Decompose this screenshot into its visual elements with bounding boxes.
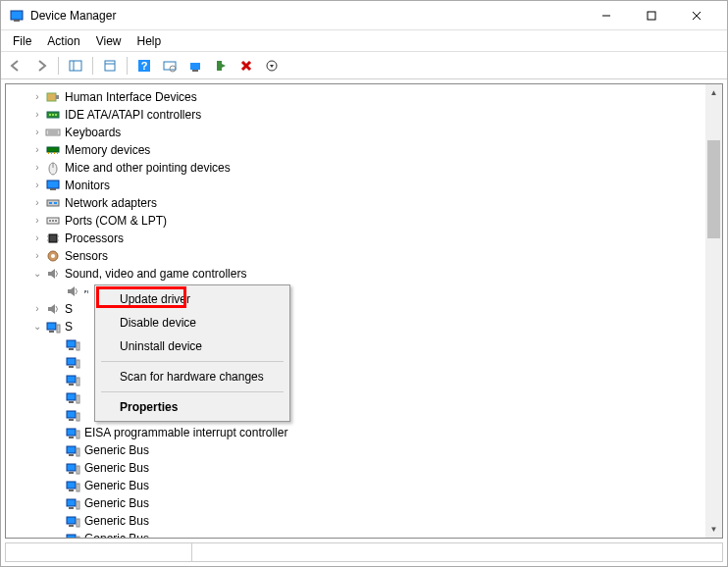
- svg-rect-57: [77, 360, 79, 368]
- svg-rect-54: [77, 342, 79, 350]
- properties-button[interactable]: [99, 55, 121, 77]
- enable-device-button[interactable]: [210, 55, 232, 77]
- sys-icon: [65, 460, 80, 476]
- ctx-update-driver[interactable]: Update driver: [97, 287, 287, 311]
- tree-node[interactable]: Generic Bus: [6, 530, 705, 538]
- tree-node[interactable]: ⌄Sound, video and game controllers: [6, 265, 705, 283]
- expander-closed-icon[interactable]: ›: [29, 247, 45, 265]
- svg-rect-15: [192, 70, 198, 72]
- update-driver-button[interactable]: [184, 55, 206, 77]
- svg-rect-86: [67, 535, 76, 538]
- expander-closed-icon[interactable]: ›: [29, 159, 45, 177]
- port-icon: [45, 213, 61, 229]
- sys-icon: [65, 372, 80, 387]
- window-title: Device Manager: [30, 9, 116, 23]
- status-cell: [6, 543, 192, 561]
- svg-rect-53: [67, 340, 76, 347]
- expander-closed-icon[interactable]: ›: [29, 141, 45, 159]
- tree-node-label: Mice and other pointing devices: [65, 161, 231, 175]
- ctx-uninstall-device[interactable]: Uninstall device: [97, 335, 287, 358]
- mon-icon: [45, 178, 61, 193]
- svg-rect-77: [67, 482, 76, 489]
- sys-icon: [65, 442, 80, 458]
- svg-rect-62: [67, 393, 76, 400]
- sys-icon: [65, 478, 80, 493]
- tree-node[interactable]: ›Human Interface Devices: [6, 88, 705, 106]
- menu-help[interactable]: Help: [130, 32, 170, 50]
- ctx-properties[interactable]: Properties: [97, 395, 287, 419]
- ide-icon: [45, 107, 61, 123]
- tree-node-label: Human Interface Devices: [65, 90, 197, 104]
- tree-node[interactable]: ›Memory devices: [6, 141, 705, 159]
- tree-node[interactable]: ›Monitors: [6, 177, 705, 194]
- svg-point-13: [170, 66, 176, 72]
- tree-node-label: Generic Bus: [84, 461, 149, 475]
- tree-node[interactable]: ›IDE ATA/ATAPI controllers: [6, 106, 705, 124]
- expander-closed-icon[interactable]: ›: [29, 212, 45, 230]
- show-hide-tree-button[interactable]: [65, 55, 86, 77]
- tree-node[interactable]: ›Network adapters: [6, 194, 705, 212]
- tree-node[interactable]: ›Keyboards: [6, 124, 705, 141]
- maximize-button[interactable]: [629, 1, 674, 30]
- svg-rect-18: [47, 93, 56, 101]
- expander-closed-icon[interactable]: ›: [29, 300, 45, 318]
- mouse-icon: [45, 160, 61, 176]
- expander-open-icon[interactable]: ⌄: [29, 318, 45, 335]
- ctx-scan-hardware[interactable]: Scan for hardware changes: [97, 365, 287, 388]
- minimize-button[interactable]: [584, 1, 629, 30]
- expander-closed-icon[interactable]: ›: [29, 124, 45, 141]
- tree-node[interactable]: ›Ports (COM & LPT): [6, 212, 705, 230]
- sys-icon: [65, 407, 80, 423]
- menu-view[interactable]: View: [88, 32, 130, 50]
- vertical-scrollbar[interactable]: ▲ ▼: [705, 84, 722, 538]
- forward-button[interactable]: [30, 55, 52, 77]
- svg-rect-83: [67, 517, 76, 524]
- svg-rect-30: [54, 152, 55, 154]
- scroll-thumb[interactable]: [707, 140, 720, 238]
- tree-node-label: Network adapters: [65, 196, 157, 210]
- svg-point-41: [52, 220, 54, 222]
- close-button[interactable]: [674, 1, 719, 30]
- sys-icon: [65, 354, 80, 370]
- tree-node-label: S: [65, 302, 73, 316]
- scroll-track[interactable]: [705, 101, 722, 521]
- tree-node[interactable]: Generic Bus: [6, 477, 705, 494]
- scroll-up-icon[interactable]: ▲: [705, 84, 722, 101]
- tree-node[interactable]: Generic Bus: [6, 459, 705, 477]
- net-icon: [45, 195, 61, 211]
- svg-rect-74: [67, 464, 76, 471]
- tree-node[interactable]: Generic Bus: [6, 512, 705, 530]
- menu-action[interactable]: Action: [39, 32, 87, 50]
- tree-node[interactable]: EISA programmable interrupt controller: [6, 424, 705, 441]
- svg-rect-8: [105, 61, 115, 71]
- tree-node[interactable]: Generic Bus: [6, 494, 705, 512]
- uninstall-button[interactable]: [235, 55, 257, 77]
- svg-rect-35: [50, 188, 56, 190]
- expander-closed-icon[interactable]: ›: [29, 230, 45, 247]
- svg-rect-73: [69, 454, 74, 456]
- tree-node[interactable]: ›Mice and other pointing devices: [6, 159, 705, 177]
- ctx-disable-device[interactable]: Disable device: [97, 311, 287, 335]
- sys-icon: [45, 319, 61, 335]
- dropdown-button[interactable]: [261, 55, 283, 77]
- svg-rect-36: [47, 200, 59, 206]
- expander-closed-icon[interactable]: ›: [29, 106, 45, 124]
- scroll-down-icon[interactable]: ▼: [705, 521, 722, 538]
- expander-closed-icon[interactable]: ›: [29, 88, 45, 106]
- scan-hardware-button[interactable]: [159, 55, 181, 77]
- back-button[interactable]: [5, 55, 26, 77]
- app-icon: [9, 8, 25, 24]
- svg-rect-28: [48, 152, 49, 154]
- expander-open-icon[interactable]: ⌄: [29, 265, 45, 283]
- expander-closed-icon[interactable]: ›: [29, 194, 45, 212]
- svg-rect-63: [77, 395, 79, 403]
- tree-node[interactable]: ›Processors: [6, 230, 705, 247]
- tree-node[interactable]: Generic Bus: [6, 441, 705, 459]
- help-button[interactable]: ?: [133, 55, 155, 77]
- tree-node-label: Monitors: [65, 179, 110, 192]
- expander-closed-icon[interactable]: ›: [29, 177, 45, 194]
- tree-node[interactable]: ›Sensors: [6, 247, 705, 265]
- svg-rect-76: [69, 472, 74, 474]
- sys-icon: [65, 389, 80, 405]
- menu-file[interactable]: File: [5, 32, 39, 50]
